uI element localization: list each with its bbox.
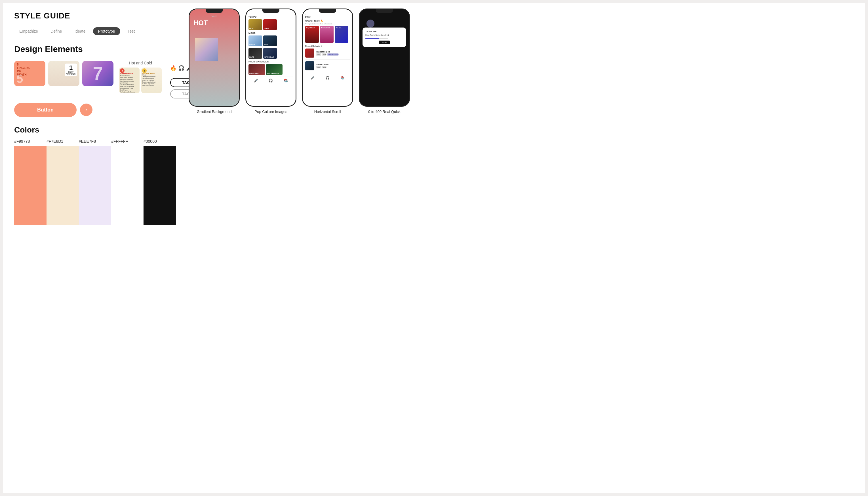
phone2-car-label: IN THE CAR [264,56,274,58]
phone3-headphone-icon: 🎧 [326,76,330,80]
phone2-fast-label: FAST [249,28,254,29]
hc-instructions-text: 5 words, 5 beatsA text will be presented… [120,75,139,93]
phone1-album-art [195,38,218,61]
tag-synthesizer: SYNTHESIZER [327,53,339,56]
hot-cold-label: Hot and Cold [129,61,152,65]
phone2-car-img: IN THE CAR [263,48,277,59]
phone4-slider[interactable] [365,38,388,39]
phone2-drum-img: DRUM BEAT [249,64,265,75]
tab-test[interactable]: Test [123,27,140,35]
swatch-white [111,146,144,225]
swatch-lavender [79,146,111,225]
card-orange: 5FINGERSOFDEATH 5 [14,61,45,86]
arrow-left-icon: ‹ [85,107,87,113]
phone2-library-icon: 📚 [284,79,288,82]
left-column: STYLE GUIDE Empathize Define Ideate Prot… [3,3,187,225]
phone3-charts-subtitle: The highest rated Fast Beats to freestyl… [305,23,350,25]
phone2-frame: TEMPO FAST SLOW [246,9,296,107]
phone4-notch [376,9,393,13]
phone3-track-1-tags: FAST SAD SYNTHESIZER [316,53,350,56]
colors-section: Colors #F99778 #F7E8D1 #EEE7F8 #FFFFFF #… [3,117,187,225]
phone2-notch [263,9,280,13]
phone2-icons-row: 🎤 🎧 📚 [249,77,293,84]
main-button[interactable]: Button [14,103,77,117]
phone3-track-2-info: Off the Dome FAST SAD [316,64,350,68]
color-label-2: #F7E8D1 [47,139,79,146]
phone3-library-icon: 📚 [341,76,345,80]
phone3-track-1-info: Pandora's Box FAST SAD SYNTHESIZER [316,51,350,56]
phone1-label: Gradient Background [197,110,232,114]
tag-sad: SAD [322,53,327,56]
phone3-track-2-tags: FAST SAD [316,66,350,68]
phone4-slider-container [365,38,404,39]
swatch-black [144,146,176,225]
phone3-charts-title: Charts: Top 5 🔥 [305,19,350,22]
phone2-drum-label: DRUM BEAT [249,72,259,74]
color-label-3: #EEE7F8 [79,139,111,146]
hc-card-2: 1 INSTRUCTIONS 1 beatThis is your studio… [141,67,162,93]
phone3-recent-2: Off the Dome FAST SAD [305,61,350,72]
headphone-icon: 🎧 [178,65,184,71]
colors-swatches [14,146,176,225]
phone-gradient-frame: 00:00 HOT [189,9,240,107]
phone3-true-faithful-label: True Faithful [320,26,334,30]
phone2-headphone-icon: 🎧 [269,79,273,82]
color-label-1: #F99778 [14,139,47,146]
arrow-button[interactable]: ‹ [80,104,93,116]
card-purple: 7 [82,61,113,86]
phone4-save-button[interactable]: Save [379,41,390,44]
right-column: 00:00 HOT Gradient Background [187,3,865,225]
phone2-happy-label: HAPPY [249,44,255,45]
card-white-box: 1 BEATWONDER [65,64,77,76]
phone2-happy-img: HAPPY [249,35,262,46]
phone3-label: Horizontal Scroll [314,110,341,114]
phone3-liquid-death-label: Liquid Death [305,26,319,30]
phone3-no-label: The No... [335,26,348,30]
phone4-noise-label: Beat Audio Noise Level 🎧 [365,34,389,36]
phone3-fast-label: Fast [305,16,350,18]
phone3-thumb-1 [305,48,314,58]
phone2-mood-row: HAPPY SAD [249,35,293,46]
fire-icon: 🔥 [170,65,176,71]
phone3-recent-title: Recent Uploads ✦ [305,45,350,47]
button-row: Button ‹ [14,103,176,117]
phone3-icons-row: 🎤 🎧 📚 [305,74,350,81]
tab-define[interactable]: Define [45,27,67,35]
tab-prototype[interactable]: Prototype [93,27,120,35]
hc-count-1: 5 [120,68,125,73]
phone1-timer: 00:00 [211,15,218,18]
phone2-prod-title: PROD MATERIALS [249,60,293,63]
phone-gradient: 00:00 HOT Gradient Background [187,9,241,114]
main-content: STYLE GUIDE Empathize Define Ideate Prot… [3,3,865,225]
phone3-charts-row: Liquid Death True Faithful The No... [305,26,350,43]
phone4-noise-row: Beat Audio Noise Level 🎧 [365,34,404,36]
phone2-sad-img: SAD [263,35,277,46]
design-elements-title: Design Elements [14,44,176,54]
phone2-hard-img: HARD [249,48,262,59]
tag-fast-2: FAST [316,66,321,68]
phone4-frame: To the Arb Beat Audio Noise Level 🎧 Sa [359,9,410,107]
phone4-content: To the Arb Beat Audio Noise Level 🎧 Sa [360,9,409,106]
phone4-slider-fill [365,38,379,39]
phone3-chart-3: The No... [335,26,348,43]
phone2-mood-title: MOOD [249,32,293,34]
swatch-salmon [14,146,47,225]
phone2-label: Pop Culture Images [255,110,287,114]
hc-card-1: 5 INSTRUCTIONS 5 words, 5 beatsA text wi… [119,67,140,93]
phone3-chart-1: Liquid Death [305,26,319,43]
tag-sad-2: SAD [322,66,327,68]
phone3-content: ‹ Fast Charts: Top 5 🔥 The highest rated… [303,9,352,106]
phone4-label: 0 to 400 Real Quick [368,110,400,114]
phone3-thumb-2 [305,61,314,71]
phone2-sad-label: SAD [264,44,268,45]
phone2-synth-img: SYNTHESIZER [266,64,283,75]
card-orange-number: 5 [16,73,23,85]
phone2-fast-img: FAST [249,19,262,30]
tab-ideate[interactable]: Ideate [69,27,91,35]
design-elements-content: 5FINGERSOFDEATH 5 1 BEATWONDER [14,61,176,98]
phone2-synth-label: SYNTHESIZER [267,72,279,74]
phone3-frame: ‹ Fast Charts: Top 5 🔥 The highest rated… [302,9,353,107]
tab-empathize[interactable]: Empathize [14,27,43,35]
phone1-notch [206,9,223,13]
phone1-content: 00:00 HOT [189,9,239,106]
